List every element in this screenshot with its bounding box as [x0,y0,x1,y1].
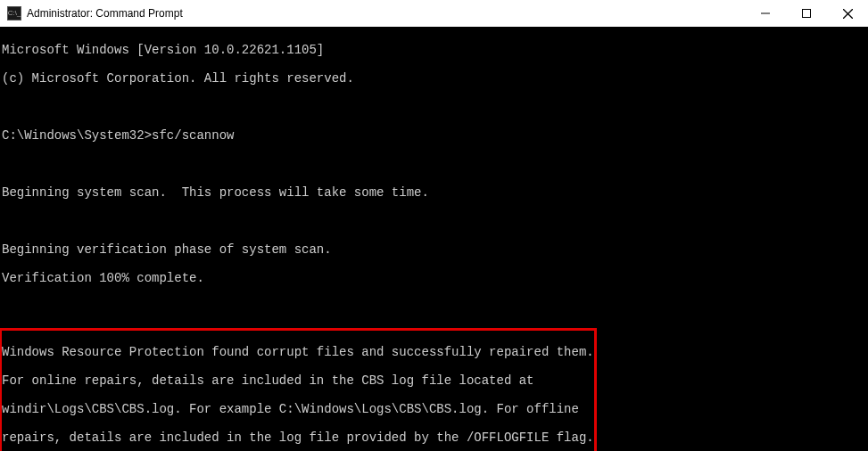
prompt-line: C:\Windows\System32>sfc/scannow [2,128,866,143]
output-line: Beginning system scan. This process will… [2,185,866,200]
command-text: sfc/scannow [152,128,234,143]
maximize-button[interactable] [786,0,827,27]
prompt-path: C:\Windows\System32> [2,128,152,143]
blank-line [2,214,866,228]
result-line: repairs, details are included in the log… [2,430,594,445]
window-title: Administrator: Command Prompt [27,6,183,20]
close-button[interactable] [827,0,868,27]
result-line: windir\Logs\CBS\CBS.log. For example C:\… [2,402,594,416]
output-line: Beginning verification phase of system s… [2,242,866,257]
highlighted-result: Windows Resource Protection found corrup… [0,328,597,451]
terminal-area[interactable]: Microsoft Windows [Version 10.0.22621.11… [0,27,868,451]
blank-line [2,157,866,171]
blank-line [2,299,866,314]
title-bar: C:\_ Administrator: Command Prompt [0,0,868,27]
minimize-button[interactable] [745,0,786,27]
result-line: For online repairs, details are included… [2,373,594,388]
cmd-icon: C:\_ [7,6,21,20]
output-line: Verification 100% complete. [2,271,866,285]
svg-rect-1 [803,10,811,18]
blank-line [2,100,866,114]
window-controls [745,0,868,27]
output-line: Microsoft Windows [Version 10.0.22621.11… [2,43,866,57]
output-line: (c) Microsoft Corporation. All rights re… [2,71,866,86]
result-line: Windows Resource Protection found corrup… [2,345,594,359]
